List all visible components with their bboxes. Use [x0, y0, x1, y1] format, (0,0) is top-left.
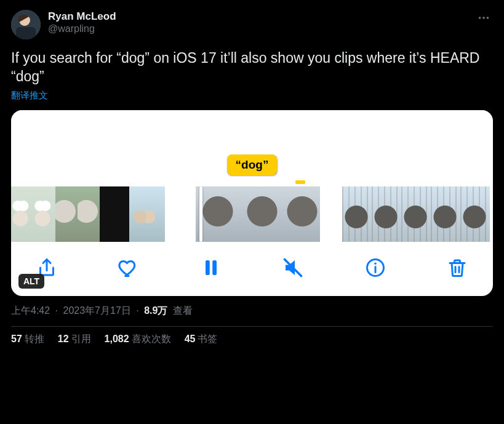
playhead[interactable] — [199, 186, 202, 242]
clip-thumbnail — [284, 186, 320, 242]
quotes[interactable]: 12引用 — [58, 333, 91, 346]
clip-thumbnail — [460, 186, 490, 242]
tweet-container: Ryan McLeod @warpling If you search for … — [0, 0, 504, 352]
media-whitespace — [11, 110, 493, 159]
clip-thumbnail — [372, 186, 401, 242]
tweet-text: If you search for “dog” on iOS 17 it’ll … — [11, 49, 493, 86]
more-button[interactable] — [474, 9, 493, 30]
pause-icon[interactable] — [199, 255, 223, 280]
date[interactable]: 2023年7月17日 — [63, 305, 131, 316]
handle[interactable]: @warpling — [48, 23, 116, 35]
svg-point-11 — [374, 262, 377, 265]
stats-row: 57转推 12引用 1,082喜欢次数 45书签 — [11, 333, 493, 346]
caption-bubble: “dog” — [227, 154, 278, 175]
time[interactable]: 上午4:42 — [11, 305, 50, 316]
svg-rect-6 — [206, 260, 210, 275]
clip-thumbnail — [196, 186, 240, 242]
svg-point-3 — [479, 17, 481, 19]
translate-link[interactable]: 翻译推文 — [11, 90, 493, 102]
display-name[interactable]: Ryan McLeod — [48, 10, 116, 23]
bookmarks[interactable]: 45书签 — [185, 333, 218, 346]
svg-rect-7 — [212, 260, 217, 275]
svg-point-5 — [487, 17, 489, 19]
caption-tick — [295, 180, 305, 184]
clip-thumbnail — [11, 186, 33, 242]
clip-thumbnail — [78, 186, 100, 242]
mute-icon[interactable] — [281, 255, 305, 280]
avatar[interactable] — [11, 10, 41, 39]
tweet-header: Ryan McLeod @warpling — [11, 10, 493, 39]
clip-thumbnail — [342, 186, 372, 242]
clip-thumbnail — [431, 186, 460, 242]
timeline-strip[interactable] — [11, 186, 493, 242]
divider — [11, 326, 493, 327]
clip-thumbnail — [240, 186, 284, 242]
heart-icon[interactable] — [116, 255, 141, 280]
clip-thumbnail — [401, 186, 431, 242]
svg-rect-2 — [16, 27, 36, 39]
views-label: 查看 — [173, 305, 193, 316]
name-block: Ryan McLeod @warpling — [48, 10, 116, 35]
clip-thumbnail — [55, 186, 78, 242]
retweets[interactable]: 57转推 — [11, 333, 44, 346]
trash-icon[interactable] — [445, 255, 470, 280]
clip-thumbnail — [100, 186, 129, 242]
alt-badge[interactable]: ALT — [18, 274, 44, 289]
clip-thumbnail — [129, 186, 165, 242]
meta-line: 上午4:42 · 2023年7月17日 · 8.9万 查看 — [11, 305, 493, 318]
media-toolbar — [11, 242, 493, 296]
media-card[interactable]: “dog” — [11, 110, 493, 296]
likes[interactable]: 1,082喜欢次数 — [105, 333, 171, 346]
views-count[interactable]: 8.9万 — [144, 305, 167, 316]
clip-thumbnail — [33, 186, 55, 242]
svg-point-4 — [482, 17, 485, 19]
info-icon[interactable] — [363, 255, 388, 280]
